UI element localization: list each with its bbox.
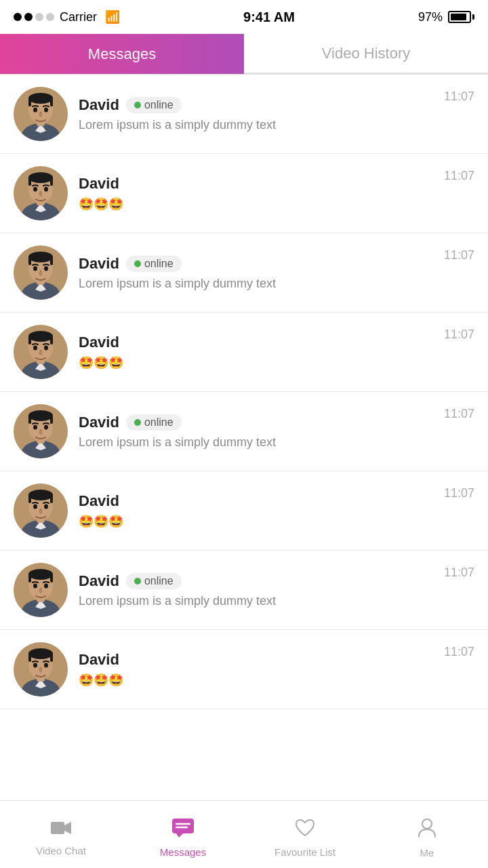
status-bar: Carrier 📶 9:41 AM 97% bbox=[0, 0, 488, 34]
svg-point-38 bbox=[33, 346, 37, 351]
message-time: 11:07 bbox=[444, 407, 474, 421]
svg-rect-27 bbox=[50, 256, 53, 265]
avatar bbox=[14, 325, 68, 379]
svg-point-75 bbox=[28, 648, 53, 659]
svg-point-59 bbox=[44, 505, 48, 509]
message-content: DavidonlineLorem ipsum is a simply dummy… bbox=[79, 255, 433, 291]
nav-messages[interactable]: Messages bbox=[122, 812, 244, 858]
svg-rect-76 bbox=[28, 652, 31, 662]
svg-rect-16 bbox=[28, 176, 31, 186]
tab-messages[interactable]: Messages bbox=[0, 34, 244, 74]
svg-point-65 bbox=[28, 569, 53, 580]
online-label: online bbox=[144, 416, 174, 429]
message-time: 11:07 bbox=[444, 486, 474, 500]
nav-favourite-list[interactable]: Favourite List bbox=[244, 812, 366, 858]
status-left: Carrier 📶 bbox=[14, 9, 120, 24]
list-item[interactable]: DavidonlineLorem ipsum is a simply dummy… bbox=[0, 392, 488, 471]
list-item[interactable]: David🤩🤩🤩11:07 bbox=[0, 313, 488, 392]
message-content: David🤩🤩🤩 bbox=[79, 651, 433, 688]
list-item[interactable]: DavidonlineLorem ipsum is a simply dummy… bbox=[0, 233, 488, 313]
message-time: 11:07 bbox=[444, 169, 474, 183]
svg-rect-46 bbox=[28, 414, 31, 424]
message-preview: Lorem ipsum is a simply dummy text bbox=[79, 118, 433, 132]
avatar bbox=[14, 166, 68, 220]
online-label: online bbox=[144, 258, 174, 270]
message-preview: Lorem ipsum is a simply dummy text bbox=[79, 277, 433, 291]
contact-name: David bbox=[79, 414, 119, 431]
battery-percent: 97% bbox=[418, 10, 443, 24]
message-preview: 🤩🤩🤩 bbox=[79, 355, 433, 370]
tab-video-history[interactable]: Video History bbox=[244, 34, 488, 74]
svg-point-25 bbox=[28, 252, 53, 262]
message-preview: 🤩🤩🤩 bbox=[79, 514, 433, 529]
nav-me[interactable]: Me bbox=[366, 811, 488, 859]
avatar bbox=[14, 245, 68, 300]
contact-name: David bbox=[79, 651, 119, 669]
signal-dots bbox=[14, 13, 54, 21]
signal-dot-4 bbox=[46, 13, 54, 21]
nav-video-chat[interactable]: Video Chat bbox=[0, 812, 122, 856]
online-dot bbox=[134, 260, 141, 267]
message-content: David🤩🤩🤩 bbox=[79, 175, 433, 212]
video-chat-icon bbox=[51, 819, 71, 841]
message-preview: Lorem ipsum is a simply dummy text bbox=[79, 435, 433, 450]
message-content: DavidonlineLorem ipsum is a simply dummy… bbox=[79, 572, 433, 608]
svg-rect-56 bbox=[28, 494, 31, 503]
message-content: DavidonlineLorem ipsum is a simply dummy… bbox=[79, 414, 433, 450]
online-badge: online bbox=[126, 256, 182, 272]
contact-name: David bbox=[79, 255, 119, 273]
svg-point-79 bbox=[44, 663, 48, 668]
svg-rect-82 bbox=[172, 818, 194, 833]
carrier-label: Carrier bbox=[60, 10, 97, 24]
svg-rect-37 bbox=[50, 335, 53, 344]
message-preview: Lorem ipsum is a simply dummy text bbox=[79, 594, 433, 608]
online-dot bbox=[134, 419, 141, 426]
online-badge: online bbox=[126, 97, 182, 113]
nav-messages-label: Messages bbox=[160, 846, 206, 858]
svg-point-55 bbox=[28, 490, 53, 500]
favourite-icon bbox=[295, 818, 315, 842]
contact-name: David bbox=[79, 492, 119, 510]
svg-rect-26 bbox=[28, 256, 31, 265]
online-label: online bbox=[144, 575, 174, 587]
message-time: 11:07 bbox=[444, 566, 474, 580]
svg-point-8 bbox=[33, 108, 37, 113]
svg-point-49 bbox=[44, 425, 48, 430]
svg-rect-17 bbox=[50, 176, 53, 186]
list-item[interactable]: David🤩🤩🤩11:07 bbox=[0, 471, 488, 551]
list-item[interactable]: David🤩🤩🤩11:07 bbox=[0, 154, 488, 233]
svg-rect-80 bbox=[51, 822, 64, 834]
svg-rect-47 bbox=[50, 414, 53, 424]
svg-point-39 bbox=[44, 346, 48, 351]
online-label: online bbox=[144, 99, 174, 111]
svg-point-58 bbox=[33, 505, 37, 509]
svg-point-78 bbox=[33, 663, 37, 668]
svg-rect-66 bbox=[28, 573, 31, 583]
message-content: David🤩🤩🤩 bbox=[79, 334, 433, 370]
battery-icon bbox=[448, 11, 474, 23]
signal-dot-3 bbox=[35, 13, 43, 21]
wifi-icon: 📶 bbox=[105, 9, 120, 24]
nav-video-chat-label: Video Chat bbox=[36, 845, 86, 856]
top-tab-bar: Messages Video History bbox=[0, 34, 488, 75]
message-content: David🤩🤩🤩 bbox=[79, 492, 433, 529]
svg-point-68 bbox=[33, 584, 37, 589]
svg-rect-6 bbox=[28, 97, 31, 106]
message-preview: 🤩🤩🤩 bbox=[79, 197, 433, 212]
list-item[interactable]: DavidonlineLorem ipsum is a simply dummy… bbox=[0, 551, 488, 630]
list-item[interactable]: David🤩🤩🤩11:07 bbox=[0, 630, 488, 709]
avatar bbox=[14, 642, 68, 696]
svg-point-15 bbox=[28, 172, 53, 183]
svg-point-35 bbox=[28, 331, 53, 342]
signal-dot-1 bbox=[14, 13, 22, 21]
svg-point-45 bbox=[28, 410, 53, 421]
contact-name: David bbox=[79, 572, 119, 590]
messages-icon bbox=[172, 818, 194, 842]
svg-rect-36 bbox=[28, 335, 31, 344]
svg-point-86 bbox=[422, 819, 432, 829]
list-item[interactable]: DavidonlineLorem ipsum is a simply dummy… bbox=[0, 75, 488, 154]
message-content: DavidonlineLorem ipsum is a simply dummy… bbox=[79, 96, 433, 132]
svg-marker-83 bbox=[176, 833, 183, 837]
avatar bbox=[14, 87, 68, 141]
svg-point-18 bbox=[33, 187, 37, 192]
